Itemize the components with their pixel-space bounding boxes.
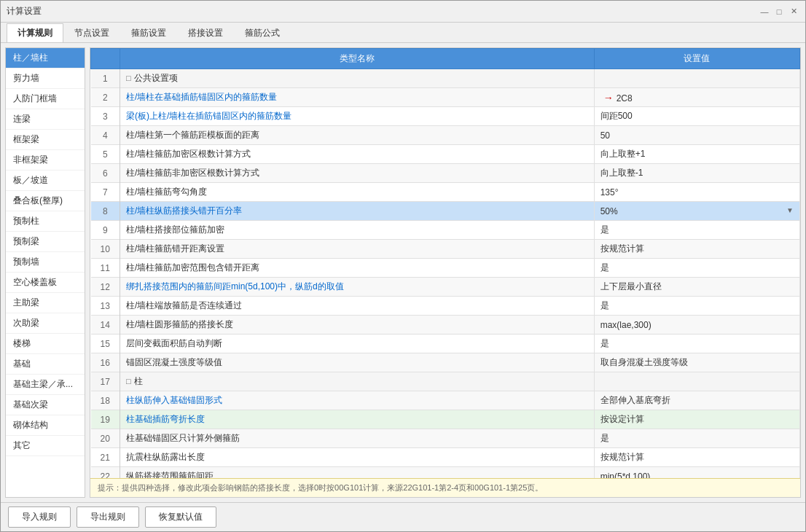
main-window: 计算设置 — □ ✕ 计算规则 节点设置 箍筋设置 搭接设置 箍筋公式 柱／墙柱… bbox=[0, 0, 806, 532]
sidebar-item-hollow-floor[interactable]: 空心楼盖板 bbox=[6, 273, 85, 293]
table-row[interactable]: 22纵筋搭接范围箍筋间距min(5*d,100) bbox=[91, 467, 800, 479]
sidebar-item-link-beam[interactable]: 连梁 bbox=[6, 109, 85, 130]
section-toggle-icon[interactable]: □ bbox=[126, 74, 131, 82]
row-number: 9 bbox=[91, 221, 120, 240]
row-name: 柱基础插筋弯折长度 bbox=[120, 410, 595, 429]
sidebar-item-non-frame-beam[interactable]: 非框架梁 bbox=[6, 150, 85, 171]
row-value: 是 bbox=[594, 429, 799, 448]
arrow-icon: → bbox=[603, 92, 614, 103]
row-number: 8 bbox=[91, 202, 120, 221]
tab-splice-settings[interactable]: 搭接设置 bbox=[177, 23, 234, 42]
tab-node-settings[interactable]: 节点设置 bbox=[63, 23, 120, 42]
row-name: 纵筋搭接范围箍筋间距 bbox=[120, 467, 595, 479]
table-row[interactable]: 1□公共设置项 bbox=[91, 69, 800, 88]
row-value: 是 bbox=[594, 221, 799, 240]
sidebar-item-staircase[interactable]: 楼梯 bbox=[6, 334, 85, 354]
row-value: 135° bbox=[594, 183, 799, 202]
settings-table: 类型名称 设置值 1□公共设置项2柱/墙柱在基础插筋锚固区内的箍筋数量→2C83… bbox=[90, 48, 800, 478]
row-number: 5 bbox=[91, 145, 120, 164]
sidebar-item-main-rib-beam[interactable]: 主助梁 bbox=[6, 293, 85, 313]
sidebar-item-precast-wall[interactable]: 预制墙 bbox=[6, 252, 85, 273]
row-value: min(5*d,100) bbox=[594, 467, 799, 479]
table-row[interactable]: 10柱/墙柱箍筋错开距离设置按规范计算 bbox=[91, 240, 800, 259]
row-name: 绑扎搭接范围内的箍筋间距min(5d,100)中，纵筋d的取值 bbox=[120, 278, 595, 297]
sidebar-item-foundation[interactable]: 基础 bbox=[6, 354, 85, 375]
table-row[interactable]: 4柱/墙柱第一个箍筋距模板面的距离50 bbox=[91, 126, 800, 145]
row-name: 柱/墙柱圆形箍筋的搭接长度 bbox=[120, 316, 595, 335]
table-row[interactable]: 12绑扎搭接范围内的箍筋间距min(5d,100)中，纵筋d的取值上下层最小直径 bbox=[91, 278, 800, 297]
table-row[interactable]: 14柱/墙柱圆形箍筋的搭接长度max(lae,300) bbox=[91, 316, 800, 335]
sidebar-item-civil-defense[interactable]: 人防门框墙 bbox=[6, 89, 85, 109]
row-number: 18 bbox=[91, 391, 120, 410]
table-row[interactable]: 7柱/墙柱箍筋弯勾角度135° bbox=[91, 183, 800, 202]
table-row[interactable]: 18柱纵筋伸入基础锚固形式全部伸入基底弯折 bbox=[91, 391, 800, 410]
row-name: 锚固区混凝土强度等级值 bbox=[120, 353, 595, 372]
table-row[interactable]: 16锚固区混凝土强度等级值取自身混凝土强度等级 bbox=[91, 353, 800, 372]
sidebar-item-composite-slab[interactable]: 叠合板(整厚) bbox=[6, 191, 85, 211]
tab-stirrup-formula[interactable]: 箍筋公式 bbox=[234, 23, 291, 42]
row-name: 柱纵筋伸入基础锚固形式 bbox=[120, 391, 595, 410]
maximize-button[interactable]: □ bbox=[773, 6, 785, 17]
table-row[interactable]: 9柱/墙柱搭接部位箍筋加密是 bbox=[91, 221, 800, 240]
tab-bar: 计算规则 节点设置 箍筋设置 搭接设置 箍筋公式 bbox=[1, 23, 805, 43]
import-rules-button[interactable]: 导入规则 bbox=[8, 506, 71, 528]
sidebar-item-masonry[interactable]: 砌体结构 bbox=[6, 415, 85, 436]
row-name: 柱/墙柱第一个箍筋距模板面的距离 bbox=[120, 126, 595, 145]
col-header-value: 设置值 bbox=[594, 49, 799, 69]
row-number: 17 bbox=[91, 372, 120, 391]
table-row[interactable]: 2柱/墙柱在基础插筋锚固区内的箍筋数量→2C8 bbox=[91, 88, 800, 107]
export-rules-button[interactable]: 导出规则 bbox=[77, 506, 139, 528]
table-row[interactable]: 5柱/墙柱箍筋加密区根数计算方式向上取整+1 bbox=[91, 145, 800, 164]
row-value: 取自身混凝土强度等级 bbox=[594, 353, 799, 372]
close-button[interactable]: ✕ bbox=[788, 6, 799, 17]
main-table-area: 类型名称 设置值 1□公共设置项2柱/墙柱在基础插筋锚固区内的箍筋数量→2C83… bbox=[90, 47, 801, 498]
row-name: □柱 bbox=[120, 372, 595, 391]
table-container: 类型名称 设置值 1□公共设置项2柱/墙柱在基础插筋锚固区内的箍筋数量→2C83… bbox=[90, 48, 800, 478]
row-name: 柱/墙柱纵筋搭接头错开百分率 bbox=[120, 202, 595, 221]
table-row[interactable]: 13柱/墙柱端放箍筋是否连续通过是 bbox=[91, 297, 800, 316]
sidebar-item-slab-ramp[interactable]: 板／坡道 bbox=[6, 171, 85, 191]
row-name: 柱/墙柱箍筋弯勾角度 bbox=[120, 183, 595, 202]
sidebar-item-shear-wall[interactable]: 剪力墙 bbox=[6, 69, 85, 89]
row-name: 抗震柱纵筋露出长度 bbox=[120, 448, 595, 467]
table-row[interactable]: 3梁(板)上柱/墙柱在插筋锚固区内的箍筋数量间距500 bbox=[91, 107, 800, 126]
sidebar-item-precast-beam[interactable]: 预制梁 bbox=[6, 232, 85, 252]
row-name: □公共设置项 bbox=[120, 69, 595, 88]
table-row[interactable]: 6柱/墙柱箍筋非加密区根数计算方式向上取整-1 bbox=[91, 164, 800, 183]
minimize-button[interactable]: — bbox=[759, 6, 770, 17]
sidebar-item-precast-column[interactable]: 预制柱 bbox=[6, 211, 85, 232]
sidebar-item-secondary-foundation-beam[interactable]: 基础次梁 bbox=[6, 395, 85, 415]
table-row[interactable]: 15层间变截面积筋自动判断是 bbox=[91, 335, 800, 353]
table-row[interactable]: 17□柱 bbox=[91, 372, 800, 391]
row-name: 柱/墙柱箍筋错开距离设置 bbox=[120, 240, 595, 259]
table-row[interactable]: 19柱基础插筋弯折长度按设定计算 bbox=[91, 410, 800, 429]
sidebar-item-column-wall[interactable]: 柱／墙柱 bbox=[6, 48, 85, 69]
row-value bbox=[594, 372, 799, 391]
hint-text: 提示：提供四种选择，修改此项会影响钢筋的搭接长度，选择0时按00G101计算，来… bbox=[98, 483, 543, 492]
restore-defaults-button[interactable]: 恢复默认值 bbox=[145, 506, 216, 528]
row-value: 向上取整+1 bbox=[594, 145, 799, 164]
sidebar-item-secondary-rib-beam[interactable]: 次助梁 bbox=[6, 313, 85, 334]
row-number: 11 bbox=[91, 259, 120, 278]
row-value: 全部伸入基底弯折 bbox=[594, 391, 799, 410]
row-value[interactable]: 50%▼ bbox=[594, 202, 799, 221]
sidebar-item-foundation-beam[interactable]: 基础主梁／承... bbox=[6, 375, 85, 395]
row-value: 按规范计算 bbox=[594, 240, 799, 259]
tab-stirrup-settings[interactable]: 箍筋设置 bbox=[120, 23, 177, 42]
sidebar-item-others[interactable]: 其它 bbox=[6, 436, 85, 456]
row-value: 是 bbox=[594, 259, 799, 278]
dropdown-icon[interactable]: ▼ bbox=[786, 206, 794, 214]
table-row[interactable]: 11柱/墙柱箍筋加密范围包含错开距离是 bbox=[91, 259, 800, 278]
table-row[interactable]: 21抗震柱纵筋露出长度按规范计算 bbox=[91, 448, 800, 467]
row-value: 是 bbox=[594, 335, 799, 353]
table-row[interactable]: 8柱/墙柱纵筋搭接头错开百分率50%▼ bbox=[91, 202, 800, 221]
row-number: 6 bbox=[91, 164, 120, 183]
hint-bar: 提示：提供四种选择，修改此项会影响钢筋的搭接长度，选择0时按00G101计算，来… bbox=[90, 478, 800, 497]
sidebar-item-frame-beam[interactable]: 框架梁 bbox=[6, 130, 85, 150]
table-row[interactable]: 20柱基础锚固区只计算外侧箍筋是 bbox=[91, 429, 800, 448]
row-name: 梁(板)上柱/墙柱在插筋锚固区内的箍筋数量 bbox=[120, 107, 595, 126]
row-name: 柱基础锚固区只计算外侧箍筋 bbox=[120, 429, 595, 448]
section-toggle-icon[interactable]: □ bbox=[126, 377, 131, 386]
row-number: 4 bbox=[91, 126, 120, 145]
tab-calculate-rules[interactable]: 计算规则 bbox=[7, 23, 63, 42]
